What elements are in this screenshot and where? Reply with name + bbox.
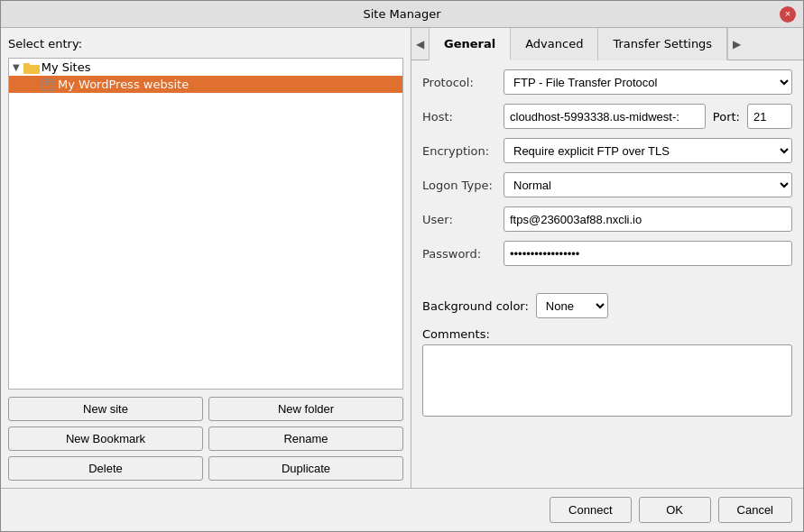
rename-button[interactable]: Rename bbox=[208, 427, 403, 451]
logon-type-label: Logon Type: bbox=[422, 179, 504, 192]
user-label: User: bbox=[422, 213, 504, 226]
folder-icon bbox=[23, 61, 40, 74]
protocol-row: Protocol: FTP - File Transfer Protocol S… bbox=[422, 69, 792, 95]
dialog-content: Select entry: ▼ My Sites bbox=[1, 28, 803, 488]
user-row: User: bbox=[422, 206, 792, 232]
site-icon bbox=[42, 78, 54, 91]
protocol-label: Protocol: bbox=[422, 76, 504, 89]
password-input[interactable] bbox=[504, 241, 792, 266]
tab-transfer-settings[interactable]: Transfer Settings bbox=[598, 28, 727, 60]
dialog-title: Site Manager bbox=[363, 7, 440, 21]
password-control bbox=[504, 241, 792, 266]
close-button[interactable]: × bbox=[780, 6, 796, 23]
tabs-left-arrow[interactable]: ◀ bbox=[411, 28, 430, 60]
svg-rect-1 bbox=[23, 63, 30, 67]
encryption-select[interactable]: Require explicit FTP over TLS Use explic… bbox=[504, 138, 792, 163]
bg-color-row: Background color: None Red Green Blue Ye… bbox=[422, 293, 792, 318]
select-entry-label: Select entry: bbox=[8, 35, 403, 52]
titlebar: Site Manager × bbox=[1, 1, 803, 28]
tabs-bar: ◀ General Advanced Transfer Settings ▶ bbox=[411, 28, 803, 60]
new-folder-button[interactable]: New folder bbox=[208, 397, 403, 421]
host-input[interactable] bbox=[504, 104, 706, 129]
password-label: Password: bbox=[422, 247, 504, 261]
new-site-button[interactable]: New site bbox=[8, 397, 203, 421]
left-panel: Select entry: ▼ My Sites bbox=[1, 28, 411, 488]
user-input[interactable] bbox=[504, 206, 792, 232]
password-row: Password: bbox=[422, 241, 792, 266]
comments-label: Comments: bbox=[422, 327, 792, 341]
tree-area: ▼ My Sites My WordPress website bbox=[8, 58, 403, 390]
svg-rect-4 bbox=[44, 84, 49, 86]
tabs-right-arrow[interactable]: ▶ bbox=[727, 28, 745, 60]
form-area: Protocol: FTP - File Transfer Protocol S… bbox=[411, 60, 803, 488]
protocol-select[interactable]: FTP - File Transfer Protocol SFTP - SSH … bbox=[504, 69, 792, 95]
tree-item-my-sites[interactable]: ▼ My Sites bbox=[9, 59, 402, 76]
svg-rect-3 bbox=[44, 81, 51, 83]
site-manager-dialog: Site Manager × Select entry: ▼ My Sites bbox=[0, 0, 804, 532]
host-label: Host: bbox=[422, 110, 504, 124]
logon-type-control: Normal Anonymous Ask for password Intera… bbox=[504, 172, 792, 197]
cancel-button[interactable]: Cancel bbox=[718, 497, 792, 523]
tab-advanced[interactable]: Advanced bbox=[511, 28, 598, 60]
right-panel: ◀ General Advanced Transfer Settings ▶ P… bbox=[411, 28, 803, 488]
logon-type-select[interactable]: Normal Anonymous Ask for password Intera… bbox=[504, 172, 792, 197]
host-row: Host: Port: bbox=[422, 104, 792, 129]
duplicate-button[interactable]: Duplicate bbox=[208, 456, 403, 481]
spacer bbox=[422, 275, 792, 293]
ok-button[interactable]: OK bbox=[639, 497, 711, 523]
bg-color-label: Background color: bbox=[422, 299, 529, 313]
buttons-area: New site New folder New Bookmark Rename … bbox=[8, 397, 403, 481]
user-control bbox=[504, 206, 792, 232]
tab-general[interactable]: General bbox=[430, 28, 511, 60]
comments-textarea[interactable] bbox=[422, 344, 792, 417]
protocol-control: FTP - File Transfer Protocol SFTP - SSH … bbox=[504, 69, 792, 95]
encryption-control: Require explicit FTP over TLS Use explic… bbox=[504, 138, 792, 163]
bg-color-select[interactable]: None Red Green Blue Yellow bbox=[536, 293, 608, 318]
host-port-row: Port: bbox=[504, 104, 792, 129]
my-sites-label: My Sites bbox=[42, 60, 91, 74]
host-control: Port: bbox=[504, 104, 792, 129]
delete-button[interactable]: Delete bbox=[8, 456, 203, 481]
port-label: Port: bbox=[713, 110, 740, 124]
expand-arrow: ▼ bbox=[13, 62, 20, 72]
wordpress-site-label: My WordPress website bbox=[58, 78, 189, 91]
logon-type-row: Logon Type: Normal Anonymous Ask for pas… bbox=[422, 172, 792, 197]
connect-button[interactable]: Connect bbox=[550, 497, 631, 523]
new-bookmark-button[interactable]: New Bookmark bbox=[8, 427, 203, 451]
dialog-footer: Connect OK Cancel bbox=[1, 488, 803, 531]
encryption-label: Encryption: bbox=[422, 144, 504, 158]
encryption-row: Encryption: Require explicit FTP over TL… bbox=[422, 138, 792, 163]
tree-item-wordpress[interactable]: My WordPress website bbox=[9, 76, 402, 93]
comments-section: Comments: bbox=[422, 327, 792, 419]
port-input[interactable] bbox=[747, 104, 792, 129]
